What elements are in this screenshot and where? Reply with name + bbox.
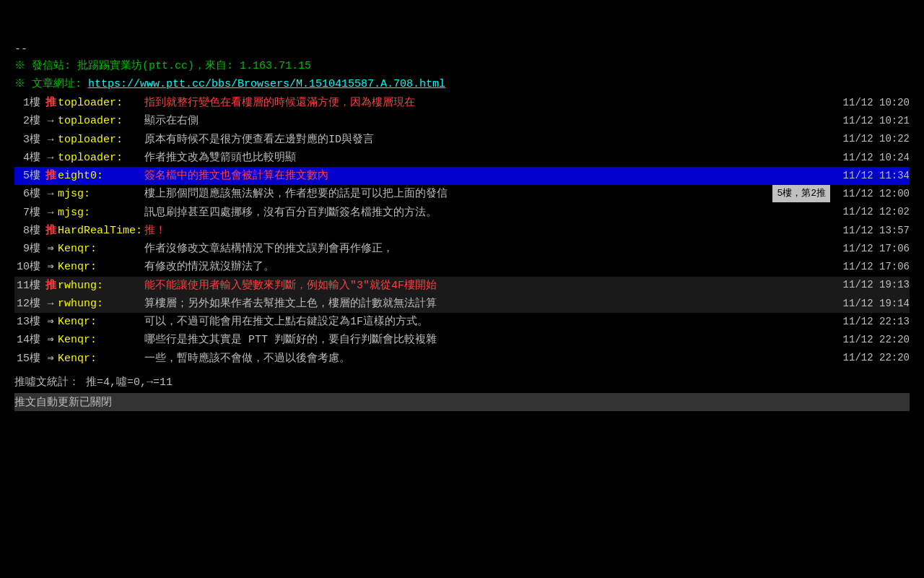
push-type: ⇒ (43, 241, 58, 257)
table-row: 10樓⇒ Kenqr: 有修改的情況就沒辦法了。11/12 17:06 (14, 258, 910, 276)
post-timestamp: 11/12 12:00 (837, 186, 910, 202)
separator-line: -- (14, 43, 910, 56)
table-row: 5樓推 eight0: 簽名檔中的推文也會被計算在推文數內11/12 11:34 (14, 167, 910, 185)
post-timestamp: 11/12 10:22 (837, 131, 910, 147)
post-content: 簽名檔中的推文也會被計算在推文數內 (144, 168, 837, 184)
post-author: toploader: (58, 131, 144, 148)
article-url[interactable]: https://www.ptt.cc/bbs/Browsers/M.151041… (88, 78, 445, 90)
push-type: 推 (43, 223, 58, 239)
post-author: Kenqr: (58, 314, 144, 330)
post-author: rwhung: (58, 277, 144, 294)
post-content: 訊息刷掉甚至四處挪移，沒有百分百判斷簽名檔推文的方法。 (144, 204, 837, 221)
stats-bar: 推噓文統計： 推=4,噓=0,→=11 (14, 374, 910, 390)
post-content: 一些，暫時應該不會做，不過以後會考慮。 (144, 350, 837, 367)
table-row: 7樓→ mjsg: 訊息刷掉甚至四處挪移，沒有百分百判斷簽名檔推文的方法。11/… (14, 204, 910, 222)
post-author: HardRealTime: (58, 223, 144, 239)
post-author: Kenqr: (58, 241, 144, 257)
push-type: 推 (43, 168, 58, 184)
floor-tooltip: 5樓，第2推 (772, 185, 830, 202)
posts-container: 1樓推 toploader: 指到就整行變色在看樓層的時候還滿方便，因為樓層現在… (14, 94, 910, 368)
push-type: 推 (43, 277, 58, 294)
post-timestamp: 11/12 17:06 (837, 259, 910, 275)
post-author: eight0: (58, 168, 144, 184)
table-row: 4樓→ toploader: 作者推文改為雙箭頭也比較明顯11/12 10:24 (14, 149, 910, 167)
post-content: 可以，不過可能會用在推文上點右鍵設定為1F這樣的方式。 (144, 314, 837, 330)
push-type: ⇒ (43, 332, 58, 348)
post-content: 哪些行是推文其實是 PTT 判斷好的，要自行判斷會比較複雜 (144, 332, 837, 348)
push-type: ⇒ (43, 314, 58, 330)
post-timestamp: 11/12 10:24 (837, 150, 910, 166)
post-timestamp: 11/12 22:20 (837, 332, 910, 348)
table-row: 13樓⇒ Kenqr: 可以，不過可能會用在推文上點右鍵設定為1F這樣的方式。1… (14, 313, 910, 331)
table-row: 6樓→ mjsg: 樓上那個問題應該無法解決，作者想要的話是可以把上面的發信11… (14, 185, 910, 203)
table-row: 8樓推 HardRealTime: 推！11/12 13:57 (14, 222, 910, 240)
post-timestamp: 11/12 11:34 (837, 168, 910, 184)
post-author: Kenqr: (58, 332, 144, 348)
source-line: ※ 發信站: 批踢踢實業坊(ptt.cc)，來自: 1.163.71.15 (14, 59, 910, 75)
floor-number: 15樓 (14, 350, 43, 367)
push-type: → (43, 296, 58, 312)
post-timestamp: 11/12 22:13 (837, 314, 910, 330)
table-row: 9樓⇒ Kenqr: 作者沒修改文章結構情況下的推文誤判會再作修正，11/12 … (14, 240, 910, 258)
post-timestamp: 11/12 10:20 (837, 95, 910, 111)
post-content: 作者推文改為雙箭頭也比較明顯 (144, 150, 837, 166)
table-row: 15樓⇒ Kenqr: 一些，暫時應該不會做，不過以後會考慮。11/12 22:… (14, 350, 910, 368)
post-timestamp: 11/12 12:02 (837, 204, 910, 220)
post-content: 樓上那個問題應該無法解決，作者想要的話是可以把上面的發信 (144, 186, 837, 202)
floor-number: 12樓 (14, 296, 43, 312)
post-timestamp: 11/12 19:14 (837, 296, 910, 312)
table-row: 12樓→ rwhung: 算樓層；另外如果作者去幫推文上色，樓層的計數就無法計算… (14, 295, 910, 313)
post-content: 顯示在右側 (144, 113, 837, 129)
floor-number: 4樓 (14, 150, 43, 166)
floor-number: 1樓 (14, 95, 43, 111)
floor-number: 14樓 (14, 332, 43, 348)
push-type: → (43, 113, 58, 129)
post-author: toploader: (58, 150, 144, 166)
post-author: Kenqr: (58, 259, 144, 275)
post-author: mjsg: (58, 204, 144, 221)
floor-number: 3樓 (14, 131, 43, 148)
post-content: 推！ (144, 223, 837, 239)
floor-number: 2樓 (14, 113, 43, 129)
floor-number: 8樓 (14, 223, 43, 239)
post-timestamp: 11/12 19:13 (837, 277, 910, 293)
floor-number: 11樓 (14, 277, 43, 294)
post-author: toploader: (58, 95, 144, 111)
post-content: 有修改的情況就沒辦法了。 (144, 259, 837, 275)
floor-number: 10樓 (14, 259, 43, 275)
post-author: Kenqr: (58, 350, 144, 367)
push-type: ⇒ (43, 259, 58, 275)
table-row: 3樓→ toploader: 原本有時候不是很方便查看左邊對應的ID與發言11/… (14, 131, 910, 149)
terminal-screen: -- ※ 發信站: 批踢踢實業坊(ptt.cc)，來自: 1.163.71.15… (0, 0, 924, 578)
table-row: 1樓推 toploader: 指到就整行變色在看樓層的時候還滿方便，因為樓層現在… (14, 94, 910, 112)
table-row: 2樓→ toploader: 顯示在右側11/12 10:21 (14, 112, 910, 130)
push-type: 推 (43, 95, 58, 111)
push-type: → (43, 204, 58, 221)
post-timestamp: 11/12 10:21 (837, 113, 910, 129)
post-timestamp: 11/12 13:57 (837, 223, 910, 239)
article-line: ※ 文章網址: https://www.ptt.cc/bbs/Browsers/… (14, 77, 910, 93)
floor-number: 5樓 (14, 168, 43, 184)
post-content: 能不能讓使用者輸入變數來判斷，例如輸入"3"就從4F樓開始 (144, 277, 837, 294)
floor-number: 6樓 (14, 186, 43, 202)
post-content: 原本有時候不是很方便查看左邊對應的ID與發言 (144, 131, 837, 148)
post-author: rwhung: (58, 296, 144, 312)
push-type: → (43, 131, 58, 148)
table-row: 11樓推 rwhung: 能不能讓使用者輸入變數來判斷，例如輸入"3"就從4F樓… (14, 277, 910, 295)
floor-number: 9樓 (14, 241, 43, 257)
post-content: 指到就整行變色在看樓層的時候還滿方便，因為樓層現在 (144, 95, 837, 111)
table-row: 14樓⇒ Kenqr: 哪些行是推文其實是 PTT 判斷好的，要自行判斷會比較複… (14, 331, 910, 349)
push-type: → (43, 186, 58, 202)
floor-number: 7樓 (14, 204, 43, 221)
auto-update-bar: 推文自動更新已關閉 (14, 393, 910, 411)
post-timestamp: 11/12 22:20 (837, 350, 910, 366)
push-type: ⇒ (43, 350, 58, 367)
post-author: mjsg: (58, 186, 144, 202)
floor-number: 13樓 (14, 314, 43, 330)
post-content: 算樓層；另外如果作者去幫推文上色，樓層的計數就無法計算 (144, 296, 837, 312)
post-author: toploader: (58, 113, 144, 129)
post-timestamp: 11/12 17:06 (837, 241, 910, 257)
post-content: 作者沒修改文章結構情況下的推文誤判會再作修正， (144, 241, 837, 257)
push-type: → (43, 150, 58, 166)
